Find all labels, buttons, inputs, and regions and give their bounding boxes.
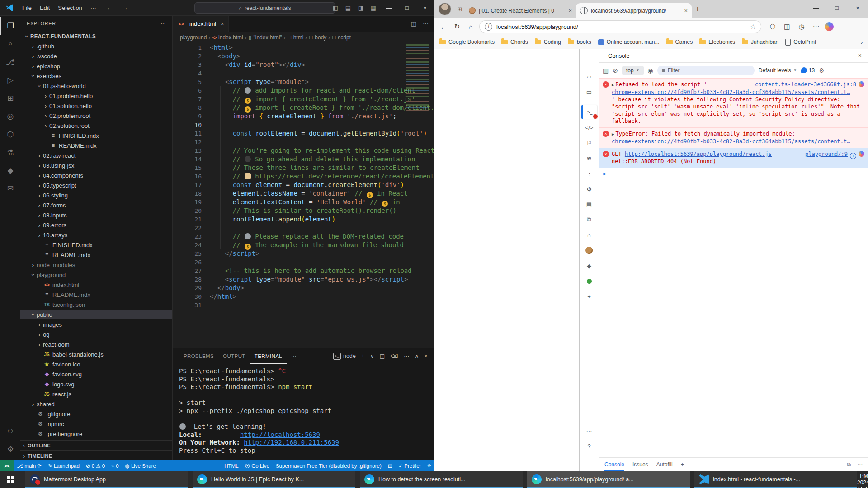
minimap[interactable] [406,44,429,112]
panel-tab-terminal[interactable]: TERMINAL [250,348,287,364]
drawer-tab-autofill[interactable]: Autofill [656,458,673,471]
tree-item-readme-mdx[interactable]: ≡README.mdx [20,141,172,150]
extensions-icon[interactable]: ⬡ [766,23,779,31]
editor-more-icon[interactable]: ⋯ [423,20,429,27]
docker-icon[interactable]: ⬡ [0,125,20,143]
browser-tab-localhost-5639-app-playground[interactable]: localhost:5639/app/playground/× [576,3,692,18]
terminal-output[interactable]: PS E:\react-fundamentals> ^CPS E:\react-… [173,364,434,461]
expand-triangle-icon[interactable]: ▶ [612,83,614,87]
toggle-secondary-sidebar-icon[interactable]: ◨ [354,5,367,11]
drawer-tab-issues[interactable]: Issues [632,458,648,471]
launchpad-status[interactable]: ✎ Launchpad [45,463,83,469]
close-panel-icon[interactable]: × [425,353,428,359]
panel-tab-problems[interactable]: PROBLEMS [179,348,218,364]
new-tab-button[interactable]: + [695,5,700,14]
minimize-button[interactable]: — [380,0,398,15]
tree-item-09-errors[interactable]: ›09.errors [20,220,172,230]
taskbar-button-how-to-detect-the-screen-resoluti[interactable]: How to detect the screen resoluti... [360,471,523,488]
layers-icon[interactable]: ⧉ [582,213,596,226]
taskbar-clock[interactable]: 2:02 PM 2024-11-14 [857,466,868,488]
home-button[interactable]: ⌂ [464,23,477,31]
breadcrumb-playground[interactable]: playground [180,34,207,41]
bookmark-online-account-man[interactable]: Online account man... [598,39,660,46]
bookmark-books[interactable]: books [568,39,591,46]
add-panel-icon[interactable]: + [582,290,596,303]
bookmarks-overflow-icon[interactable]: › [861,39,863,46]
history-nav-arrows[interactable]: ← → [107,4,132,11]
tree-item-index-html[interactable]: <>index.html [20,280,172,290]
live-expression-icon[interactable]: ◉ [648,67,653,74]
menu-[interactable]: ⋯ [86,5,100,11]
tree-item-finished-mdx[interactable]: ≡FINISHED.mdx [20,240,172,250]
tree-item-shared[interactable]: ›shared [20,399,172,409]
tree-item-favicon-ico[interactable]: ★favicon.ico [20,359,172,369]
breadcrumb-index-html[interactable]: "index.html" [253,34,282,41]
taskbar-button-hello-world-in-js-epic-react-by-k[interactable]: Hello World in JS | Epic React by K... [193,471,355,488]
message-link[interactable]: chrome-extension://4fd90fb7-b033-4c82-8a… [612,138,850,145]
tree-item-logo-svg[interactable]: ◆logo.svg [20,379,172,389]
mail-icon[interactable]: ✉ [0,179,20,197]
tree-item-react-js[interactable]: JSreact.js [20,389,172,399]
remote-indicator[interactable]: >< [0,460,14,471]
console-prompt[interactable]: > [599,168,868,180]
address-bar[interactable]: i localhost:5639/app/playground/ ☆ [479,20,761,33]
live-share-status[interactable]: ◍ Live Share [122,463,159,469]
new-terminal-icon[interactable]: + [361,353,364,359]
terminal-dropdown-icon[interactable]: ∨ [370,353,374,359]
prettier-status[interactable]: ✓ Prettier [395,463,424,469]
breadcrumb-body[interactable]: body [315,34,326,41]
console-message-1[interactable]: ×content.ts-loader-3ed3668f.js:8▶Refused… [599,78,868,128]
toggle-sidebar-icon[interactable]: ⬓ [342,5,354,11]
language-mode[interactable]: HTML [221,463,241,469]
timeline-section[interactable]: › TIMELINE [20,450,172,461]
browser-tab-01-create-react-elements-0[interactable]: | 01. Create React Elements | 0× [465,3,576,18]
tree-item-epicshop[interactable]: ›epicshop [20,61,172,71]
debugger-icon[interactable]: ⚐ [582,136,596,150]
console-settings-icon[interactable]: ⚙ [819,67,825,74]
message-link[interactable]: http://localhost:5639/app/playground/rea… [625,151,772,157]
breadcrumb-index-html[interactable]: index.html [218,34,243,41]
tree-item-08-inputs[interactable]: ›08.inputs [20,210,172,220]
tree-item-favicon-svg[interactable]: ◆favicon.svg [20,369,172,379]
close-tab-icon[interactable]: × [684,7,688,14]
tree-item-npmrc[interactable]: ⚙.npmrc [20,419,172,429]
device-toolbar-icon[interactable]: ▱ [582,70,596,83]
tree-item-public[interactable]: ›public [20,310,172,319]
tree-item-github[interactable]: ›.github [20,41,172,51]
explorer-more-icon[interactable]: ⋯ [160,21,166,27]
more-menu-icon[interactable]: ⋯ [809,23,823,31]
application-panel-icon[interactable]: ▤ [582,197,596,211]
tree-item-node-modules[interactable]: ›node_modules [20,260,172,270]
customize-layout-icon[interactable]: ▦ [367,5,380,11]
tree-item-exercises[interactable]: ›exercises [20,71,172,81]
notifications-bell-icon[interactable]: ⍾ [424,463,434,469]
tree-item-03-using-jsx[interactable]: ›03.using-jsx [20,160,172,170]
tree-item-readme-mdx[interactable]: ≡README.mdx [20,250,172,260]
extension-icon[interactable]: ◆ [582,259,596,272]
add-drawer-tab-icon[interactable]: + [681,461,684,468]
breadcrumb-script[interactable]: script [338,34,351,41]
network-pan el-icon[interactable]: ≋ [582,151,596,165]
menu-edit[interactable]: Edit [36,5,54,11]
source-link[interactable]: playground/:9i [805,150,864,159]
tree-item-og[interactable]: ›og [20,329,172,339]
tree-item-01-js-hello-world[interactable]: ›01.js-hello-world [20,81,172,91]
bookmark-electronics[interactable]: Electronics [699,39,735,46]
performance-panel-icon[interactable]: ◔ [582,167,596,180]
tree-item-04-components[interactable]: ›04.components [20,170,172,180]
explorer-icon[interactable]: ❐ [0,17,20,35]
maximize-button[interactable]: □ [826,0,847,15]
tab-index-html[interactable]: <> index.html × [173,16,229,32]
copilot-explain-icon[interactable] [859,81,864,87]
source-link[interactable]: content.ts-loader-3ed3668f.js:8 [755,81,864,88]
tree-item-finished-mdx[interactable]: ≡FINISHED.mdx [20,131,172,141]
settings-icon[interactable]: ⚙ [582,182,596,196]
panel-more-icon[interactable]: ⋯ [404,353,409,359]
status-dot-icon[interactable] [582,274,596,288]
search-icon[interactable]: ⌕ [0,35,20,53]
taskbar-button-index-html-react-fundamentals[interactable]: index.html - react-fundamentals -... [694,471,857,488]
devtools-close-icon[interactable]: × [858,52,862,59]
code-editor[interactable]: 1<html>2 <body>3 <div id="root"></div>45… [173,43,434,348]
supermaven-status[interactable]: Supermaven Free Tier (disabled by .gitig… [273,463,385,469]
bookmark-games[interactable]: Games [666,39,693,46]
